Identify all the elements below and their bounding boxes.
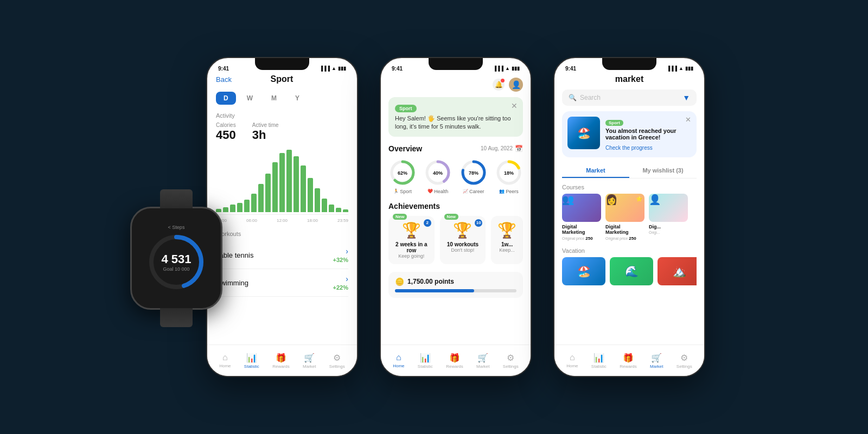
- nav-settings-1[interactable]: ⚙ Settings: [329, 353, 345, 369]
- course-price-row-3: Origi...: [649, 231, 688, 234]
- star-icon-2: ⭐: [636, 196, 642, 202]
- course-card-2[interactable]: 👩 ⭐ Digital Marketing Original price 250: [605, 194, 644, 241]
- nav-home-3[interactable]: ⌂ Home: [566, 353, 578, 368]
- promo-link[interactable]: Check the progress: [605, 145, 653, 151]
- achievement-count-2: 10: [475, 219, 482, 227]
- achievements-title: Achievements: [388, 202, 523, 210]
- nav-rewards-1[interactable]: 🎁 Rewards: [272, 353, 290, 369]
- bell-button[interactable]: 🔔: [493, 79, 505, 91]
- phone-notch-1: [255, 58, 309, 70]
- overview-title: Overview: [388, 144, 422, 153]
- peers-icon: 👥: [499, 189, 505, 194]
- bar-11: [286, 150, 292, 212]
- home-icon-2: ⌂: [396, 353, 401, 362]
- course-img-1: 👥: [562, 194, 601, 222]
- notif-close-button[interactable]: ✕: [511, 101, 518, 110]
- points-progress-bg: [395, 289, 516, 292]
- phone-market: 9:41 ▐▐▐ ▲ ▮▮▮ market 🔍 Search ▼ 🏖️ Spor…: [553, 57, 705, 377]
- career-icon: 📈: [463, 189, 468, 194]
- promo-image: 🏖️: [567, 117, 600, 149]
- nav-settings-3[interactable]: ⚙ Settings: [676, 353, 692, 369]
- back-button[interactable]: Back: [216, 75, 232, 84]
- statistic-icon-2: 📊: [420, 353, 431, 363]
- filter-icon[interactable]: ▼: [682, 93, 690, 102]
- achievement-workouts: New 10 🏆 10 workouts Don't stop!: [440, 216, 486, 264]
- calendar-icon[interactable]: 📅: [515, 145, 523, 152]
- nav-market-2[interactable]: 🛒 Market: [476, 353, 489, 369]
- notification-dot: [501, 79, 505, 82]
- nav-market-1[interactable]: 🛒 Market: [303, 353, 316, 369]
- nav-statistic-3[interactable]: 📊 Statistic: [591, 353, 607, 369]
- user-avatar[interactable]: 👤: [509, 78, 523, 92]
- course-price-2: 250: [629, 236, 636, 241]
- donut-career: 78%: [459, 158, 488, 187]
- watch-band-bottom: [160, 308, 193, 327]
- nav-market-3[interactable]: 🛒 Market: [650, 353, 663, 369]
- overview-header: Overview 10 Aug, 2022 📅: [388, 144, 523, 153]
- original-price-label-1: Original price: [562, 237, 584, 240]
- vacation-card-2[interactable]: 🌊: [610, 257, 653, 285]
- tab-wishlist[interactable]: My wishlist (3): [629, 164, 697, 178]
- overview-circles: 62% 🏃 Sport 40% ❤️ H: [388, 158, 523, 194]
- circle-sport: 62% 🏃 Sport: [388, 158, 417, 194]
- workout-swimming-change: +22%: [333, 284, 348, 291]
- market-icon-3: 🛒: [651, 353, 662, 363]
- achievement-sub-1: Keep going!: [394, 253, 429, 259]
- search-bar[interactable]: 🔍 Search ▼: [562, 90, 697, 106]
- signal-icon: ▐▐▐: [320, 66, 330, 71]
- nav-home-1[interactable]: ⌂ Home: [219, 353, 231, 368]
- nav-settings-2[interactable]: ⚙ Settings: [503, 353, 519, 369]
- smartwatch: < Steps 4 531 Goal 10 000: [130, 207, 222, 310]
- circle-career-label: Career: [469, 189, 484, 194]
- promo-text: You almost reached your vacation in Gree…: [605, 127, 691, 141]
- points-value: 1,750.00 points: [407, 278, 454, 285]
- workout-tennis[interactable]: Table tennis › +32%: [216, 241, 348, 269]
- notif-text: Hey Salem! 🖐️ Seems like you're sitting …: [395, 114, 516, 131]
- workout-tennis-change: +32%: [333, 257, 348, 263]
- bar-18: [336, 208, 341, 212]
- vacation-card-3[interactable]: 🏔️: [658, 257, 697, 285]
- tab-market[interactable]: Market: [562, 164, 629, 178]
- coin-icon: 🪙: [395, 277, 404, 286]
- bar-15: [315, 188, 320, 212]
- chart-labels: 00:00 06:00 12:00 18:00 23:59: [216, 218, 348, 223]
- nav-statistic-1[interactable]: 📊 Statistic: [244, 353, 259, 369]
- tab-Y[interactable]: Y: [288, 92, 307, 105]
- course-card-1[interactable]: 👥 Digital Marketing Original price 250: [562, 194, 601, 241]
- nav-rewards-3[interactable]: 🎁 Rewards: [620, 353, 637, 369]
- achievement-weeks: New 2 🏆 2 weeks in a row Keep going!: [388, 216, 435, 264]
- donut-sport: 62%: [388, 158, 417, 187]
- course-title-1: Digital Marketing: [562, 224, 601, 235]
- svg-text:78%: 78%: [469, 170, 478, 176]
- tab-W[interactable]: W: [239, 92, 260, 105]
- nav-home-2[interactable]: ⌂ Home: [393, 353, 404, 368]
- market-tabs: Market My wishlist (3): [562, 164, 697, 178]
- courses-row: 👥 Digital Marketing Original price 250 👩…: [562, 194, 697, 241]
- sport-header: Back Sport: [216, 74, 348, 84]
- tab-D[interactable]: D: [216, 92, 236, 105]
- nav-statistic-2[interactable]: 📊 Statistic: [418, 353, 433, 369]
- promo-content: Sport You almost reached your vacation i…: [605, 117, 691, 152]
- bar-4: [237, 203, 242, 212]
- course-title-3: Dig...: [649, 224, 688, 229]
- time-1: 9:41: [218, 66, 229, 72]
- calories-value: 450: [216, 128, 236, 142]
- statistic-icon-1: 📊: [246, 353, 257, 363]
- achievement-new-badge-1: New: [393, 214, 407, 220]
- promo-close-button[interactable]: ✕: [685, 116, 691, 124]
- course-card-3[interactable]: 👤 Dig... Origi...: [649, 194, 688, 241]
- vacation-card-1[interactable]: 🏖️: [562, 257, 605, 285]
- bar-2: [223, 207, 228, 212]
- health-icon: ❤️: [427, 189, 433, 194]
- sport-icon: 🏃: [393, 189, 399, 194]
- vacation-row: 🏖️ 🌊 🏔️: [562, 257, 697, 285]
- chart-time-2: 12:00: [277, 218, 288, 223]
- workout-swimming[interactable]: Swimming › +22%: [216, 269, 348, 297]
- nav-rewards-2[interactable]: 🎁 Rewards: [446, 353, 463, 369]
- tab-M[interactable]: M: [264, 92, 284, 105]
- achievement-sub-3: Keep...: [496, 247, 518, 253]
- workout-swimming-arrow: ›: [346, 275, 348, 283]
- settings-icon-3: ⚙: [680, 353, 688, 363]
- nav-market-label-1: Market: [303, 364, 316, 369]
- statistic-icon-3: 📊: [593, 353, 604, 363]
